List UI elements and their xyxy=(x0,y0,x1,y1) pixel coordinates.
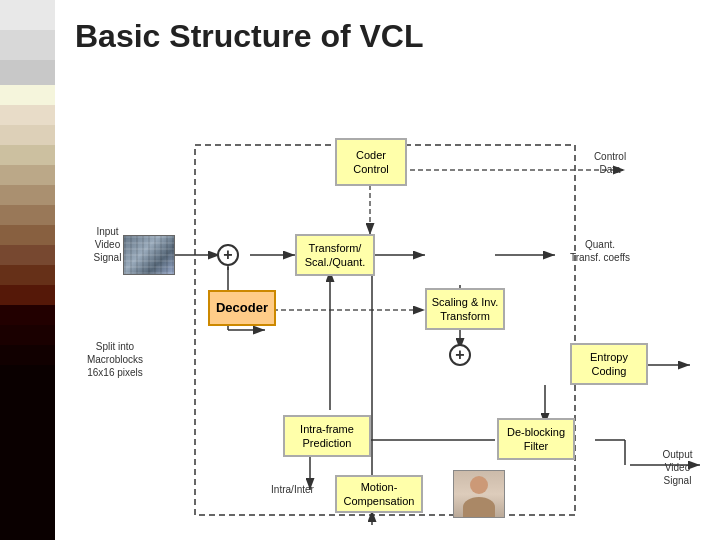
transform-box: Transform/Scal./Quant. xyxy=(295,234,375,276)
intraframe-box: Intra-framePrediction xyxy=(283,415,371,457)
control-data-label: ControlData xyxy=(565,150,655,176)
output-video-label: OutputVideoSignal xyxy=(640,448,715,487)
left-color-bar xyxy=(0,0,55,540)
diagram: InputVideoSignal + CoderControl ControlD… xyxy=(65,70,715,525)
plus-circle-middle: + xyxy=(449,344,471,366)
quant-transf-label: Quant.Transf. coeffs xyxy=(555,238,645,264)
decoder-box: Decoder xyxy=(208,290,276,326)
person-thumbnail xyxy=(453,470,505,518)
motion-comp-box: Motion-Compensation xyxy=(335,475,423,513)
video-thumbnail xyxy=(123,235,175,275)
intra-inter-label: Intra/Inter xyxy=(260,483,325,496)
coder-control-box: CoderControl xyxy=(335,138,407,186)
plus-circle-input: + xyxy=(217,244,239,266)
page-title: Basic Structure of VCL xyxy=(55,0,720,65)
split-label: Split intoMacroblocks16x16 pixels xyxy=(70,340,160,379)
main-content: Basic Structure of VCL xyxy=(55,0,720,540)
deblocking-box: De-blockingFilter xyxy=(497,418,575,460)
entropy-coding-box: EntropyCoding xyxy=(570,343,648,385)
scaling-inv-box: Scaling & Inv.Transform xyxy=(425,288,505,330)
